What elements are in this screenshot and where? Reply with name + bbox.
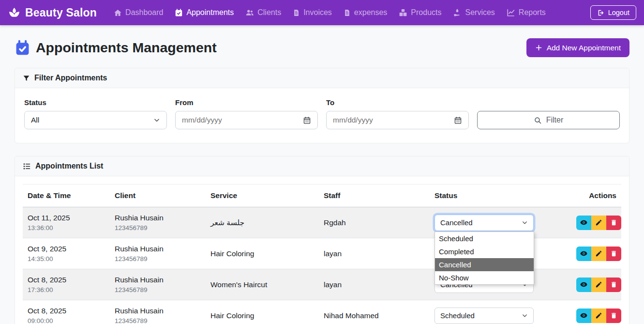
pencil-icon	[595, 250, 602, 257]
nav-item-services[interactable]: Services	[449, 4, 499, 21]
trash-icon	[610, 219, 617, 226]
service-name: Women's Haircut	[206, 280, 319, 289]
filter-button-label: Filter	[546, 116, 564, 124]
nav-item-products[interactable]: Products	[394, 4, 446, 21]
status-cell: Scheduled	[430, 300, 571, 324]
view-button[interactable]	[576, 278, 591, 292]
status-select[interactable]: Cancelled	[434, 215, 534, 231]
edit-button[interactable]	[591, 247, 606, 261]
brand-name: Beauty Salon	[25, 6, 97, 19]
from-date-input[interactable]: mm/dd/yyyy	[175, 111, 318, 129]
date-time-cell: Oct 8, 2025 09:00:00	[23, 307, 110, 324]
client-cell: Rushia Husain 123456789	[110, 276, 206, 293]
delete-button[interactable]	[606, 247, 621, 261]
from-date-placeholder: mm/dd/yyyy	[182, 116, 222, 124]
edit-button[interactable]	[591, 309, 606, 323]
status-select[interactable]: Scheduled	[434, 308, 534, 324]
delete-button[interactable]	[606, 309, 621, 323]
client-name: Rushia Husain	[115, 307, 201, 315]
filter-card-header: Filter Appointments	[15, 68, 629, 88]
view-button[interactable]	[576, 247, 591, 261]
row-actions	[576, 216, 621, 230]
date-time-cell: Oct 11, 2025 13:36:00	[23, 214, 110, 231]
chevron-down-icon	[153, 117, 160, 123]
nav-item-clients[interactable]: Clients	[241, 4, 285, 21]
filter-submit-button[interactable]: Filter	[477, 111, 620, 129]
search-icon	[534, 116, 542, 124]
calendar-icon	[303, 116, 311, 124]
calendar-check-icon	[175, 9, 183, 17]
status-option-cancelled[interactable]: Cancelled	[435, 258, 534, 271]
actions-cell	[571, 309, 626, 323]
row-actions	[576, 278, 621, 292]
table-row: Oct 8, 2025 09:00:00 Rushia Husain 12345…	[23, 300, 621, 324]
staff-name: layan	[319, 280, 430, 289]
actions-cell	[571, 247, 626, 261]
chart-line-icon	[507, 8, 515, 17]
client-phone: 123456789	[115, 224, 201, 231]
actions-cell	[571, 216, 626, 230]
add-new-appointment-button[interactable]: Add New Appointment	[526, 38, 629, 57]
view-button[interactable]	[576, 309, 591, 323]
column-header-client: Client	[110, 191, 206, 200]
nav-item-expenses[interactable]: expenses	[339, 4, 392, 21]
invoice-icon	[293, 9, 300, 17]
plus-icon	[535, 44, 542, 51]
from-date-field: From mm/dd/yyyy	[175, 98, 318, 129]
nav-label: Products	[411, 8, 441, 17]
row-actions	[576, 309, 621, 323]
trash-icon	[610, 312, 617, 319]
delete-button[interactable]	[606, 278, 621, 292]
appointment-time: 13:36:00	[28, 224, 105, 231]
add-button-label: Add New Appointment	[547, 44, 621, 52]
trash-icon	[610, 281, 617, 288]
status-filter-field: Status All	[24, 98, 167, 129]
nav-label: Dashboard	[125, 8, 163, 17]
appointment-date: Oct 8, 2025	[28, 276, 105, 284]
chevron-down-icon	[522, 312, 528, 319]
logout-icon	[597, 9, 604, 16]
navbar: Beauty Salon Dashboard Appointments	[0, 0, 644, 25]
to-date-input[interactable]: mm/dd/yyyy	[326, 111, 469, 129]
to-date-placeholder: mm/dd/yyyy	[333, 116, 373, 124]
nav-item-appointments[interactable]: Appointments	[170, 4, 238, 21]
delete-button[interactable]	[606, 216, 621, 230]
status-option-completed[interactable]: Completed	[435, 245, 534, 258]
edit-button[interactable]	[591, 216, 606, 230]
service-name: Hair Coloring	[206, 311, 319, 320]
appointments-list-card: Appointments List Date & Time Client Ser…	[15, 156, 629, 324]
client-phone: 123456789	[115, 255, 201, 262]
view-button[interactable]	[576, 216, 591, 230]
appointment-date: Oct 11, 2025	[28, 214, 105, 222]
nav-item-dashboard[interactable]: Dashboard	[109, 4, 167, 21]
status-option-no-show[interactable]: No-Show	[435, 271, 534, 284]
title-row: Appointments Management Add New Appointm…	[15, 38, 629, 57]
main-content: Appointments Management Add New Appointm…	[0, 38, 644, 324]
appointment-time: 09:00:00	[28, 317, 105, 324]
client-cell: Rushia Husain 123456789	[110, 214, 206, 231]
appointments-table: Date & Time Client Service Staff Status …	[23, 184, 621, 324]
logout-button[interactable]: Logout	[590, 5, 636, 20]
status-dropdown-menu: Scheduled Completed Cancelled No-Show	[434, 231, 534, 285]
date-time-cell: Oct 9, 2025 14:35:00	[23, 245, 110, 262]
from-date-label: From	[175, 98, 318, 107]
client-name: Rushia Husain	[115, 245, 201, 253]
client-cell: Rushia Husain 123456789	[110, 245, 206, 262]
brand[interactable]: Beauty Salon	[8, 6, 97, 19]
nav-label: Appointments	[186, 8, 234, 17]
staff-name: Nihad Mohamed	[319, 311, 430, 320]
appointment-date: Oct 9, 2025	[28, 245, 105, 253]
calendar-check-icon	[15, 40, 30, 56]
edit-button[interactable]	[591, 278, 606, 292]
boxes-icon	[399, 8, 407, 17]
status-option-scheduled[interactable]: Scheduled	[435, 232, 534, 245]
eye-icon	[580, 280, 588, 289]
status-filter-select[interactable]: All	[24, 111, 167, 129]
appointment-date: Oct 8, 2025	[28, 307, 105, 315]
eye-icon	[580, 249, 588, 258]
service-name: جلسة شعر	[206, 218, 319, 227]
status-filter-value: All	[31, 116, 39, 124]
appointment-time: 14:35:00	[28, 255, 105, 262]
nav-item-invoices[interactable]: Invoices	[288, 4, 336, 21]
nav-item-reports[interactable]: Reports	[502, 4, 550, 21]
